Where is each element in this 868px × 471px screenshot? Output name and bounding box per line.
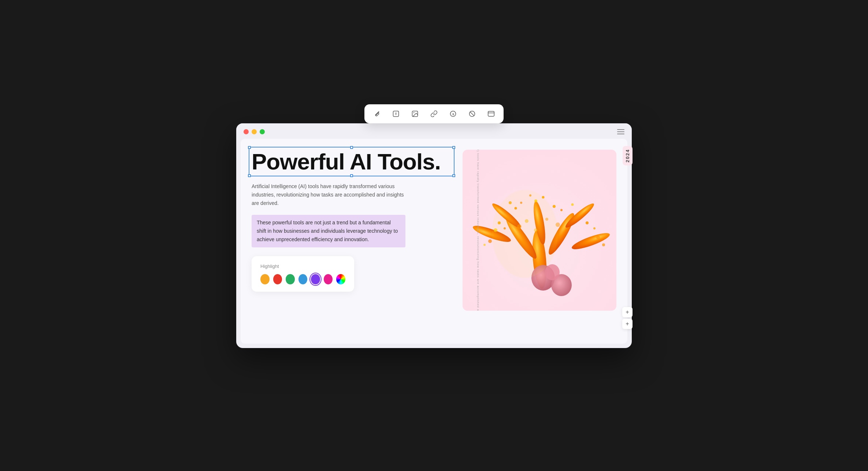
toolbar: T A bbox=[364, 104, 504, 123]
svg-point-36 bbox=[602, 243, 605, 246]
swatch-green[interactable] bbox=[286, 274, 295, 284]
svg-point-27 bbox=[571, 203, 574, 206]
swatch-purple[interactable] bbox=[311, 274, 320, 284]
image-tool-button[interactable] bbox=[409, 108, 421, 120]
svg-rect-8 bbox=[488, 111, 494, 116]
shape-tool-button[interactable] bbox=[466, 108, 478, 120]
handle-bottom-mid[interactable] bbox=[350, 174, 353, 177]
svg-text:A: A bbox=[452, 112, 455, 116]
browser-content: 2024 + + Powerful AI To bbox=[241, 139, 627, 344]
svg-line-7 bbox=[470, 112, 474, 116]
highlight-panel: Highlight bbox=[252, 256, 354, 292]
menu-button[interactable] bbox=[617, 129, 624, 134]
svg-point-35 bbox=[483, 244, 486, 246]
close-button[interactable] bbox=[244, 129, 249, 134]
titlebar bbox=[236, 123, 632, 139]
text-tool-button[interactable]: T bbox=[390, 108, 402, 120]
year-badge: 2024 bbox=[623, 146, 633, 165]
swatch-orange[interactable] bbox=[260, 274, 270, 284]
handle-top-mid[interactable] bbox=[350, 146, 353, 149]
svg-point-25 bbox=[553, 205, 556, 208]
swatch-blue[interactable] bbox=[298, 274, 308, 284]
highlight-text: These powerful tools are not just a tren… bbox=[252, 215, 405, 247]
plus-buttons: + + bbox=[622, 307, 633, 329]
right-image-area: Artificial Intelligence (AI) tools have … bbox=[463, 150, 616, 311]
font-tool-button[interactable]: A bbox=[447, 108, 459, 120]
handle-top-left[interactable] bbox=[248, 146, 251, 149]
svg-point-28 bbox=[586, 221, 589, 224]
title-wrapper[interactable]: Powerful AI Tools. bbox=[252, 150, 452, 173]
highlight-label: Highlight bbox=[260, 263, 345, 269]
svg-text:T: T bbox=[395, 112, 397, 116]
vertical-caption: Artificial Intelligence (AI) tools have … bbox=[476, 150, 480, 311]
handle-bottom-left[interactable] bbox=[248, 174, 251, 177]
main-title: Powerful AI Tools. bbox=[252, 150, 452, 173]
svg-point-34 bbox=[488, 239, 492, 243]
svg-point-3 bbox=[413, 112, 415, 113]
svg-point-26 bbox=[560, 209, 563, 211]
left-content: Powerful AI Tools. Artificial Intelligen… bbox=[252, 150, 455, 311]
browser-window: T A bbox=[236, 123, 632, 348]
add-button-1[interactable]: + bbox=[622, 307, 633, 317]
coral-svg bbox=[463, 150, 616, 311]
svg-point-30 bbox=[596, 236, 600, 239]
color-swatches bbox=[260, 274, 345, 284]
swatch-gradient[interactable] bbox=[336, 274, 345, 284]
traffic-lights bbox=[244, 129, 265, 134]
minimize-button[interactable] bbox=[252, 129, 257, 134]
handle-top-right[interactable] bbox=[452, 146, 455, 149]
pen-tool-button[interactable] bbox=[371, 108, 383, 120]
svg-point-39 bbox=[545, 264, 560, 280]
link-tool-button[interactable] bbox=[428, 108, 440, 120]
swatch-pink[interactable] bbox=[324, 274, 333, 284]
add-button-2[interactable]: + bbox=[622, 319, 633, 329]
maximize-button[interactable] bbox=[260, 129, 265, 134]
handle-bottom-right[interactable] bbox=[452, 174, 455, 177]
intro-text: Artificial Intelligence (AI) tools have … bbox=[252, 182, 405, 208]
card-area: Powerful AI Tools. Artificial Intelligen… bbox=[252, 150, 616, 311]
swatch-red[interactable] bbox=[273, 274, 282, 284]
svg-point-45 bbox=[492, 190, 558, 278]
card-tool-button[interactable] bbox=[485, 108, 497, 120]
svg-point-29 bbox=[593, 227, 596, 229]
